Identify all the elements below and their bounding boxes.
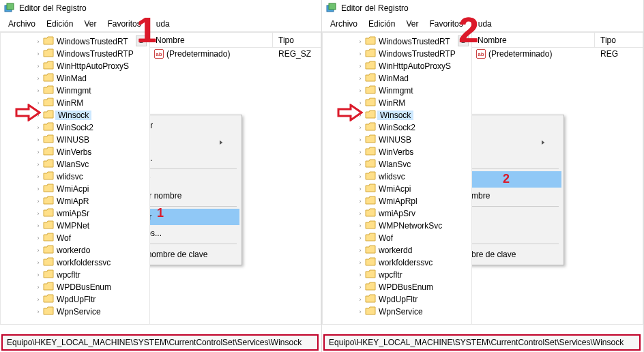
tree-item[interactable]: ›WPDBusEnum [29, 281, 149, 293]
chevron-right-icon[interactable]: › [357, 161, 364, 168]
menu-view[interactable]: Ver [402, 18, 422, 30]
chevron-right-icon[interactable]: › [357, 247, 364, 254]
chevron-right-icon[interactable]: › [35, 149, 42, 156]
chevron-right-icon[interactable]: › [357, 173, 364, 180]
tree-item[interactable]: ›WinMad [351, 72, 471, 85]
chevron-right-icon[interactable]: › [35, 198, 42, 205]
tree-item[interactable]: ›Wof [29, 232, 149, 244]
tree-item[interactable]: ›wlidsvc [351, 171, 471, 183]
chevron-right-icon[interactable]: › [35, 308, 42, 315]
values-pane[interactable]: Nombre Tipo ab (Predeterminado) REG Expa… [472, 32, 643, 325]
menu-file[interactable]: Archivo [326, 18, 362, 30]
chevron-right-icon[interactable]: › [357, 198, 364, 205]
tree-item[interactable]: ›WINUSB [351, 134, 471, 146]
tree-item[interactable]: ›WinSock2 [351, 121, 471, 134]
chevron-right-icon[interactable]: › [35, 259, 42, 266]
chevron-right-icon[interactable]: › [35, 87, 42, 94]
cm-find[interactable]: Buscar... [150, 150, 239, 166]
cm-perms[interactable]: Permisos... [150, 225, 239, 241]
tree-item[interactable]: ›WinHttpAutoProxyS [29, 60, 149, 72]
tree-item[interactable]: ›WmiAcpi [29, 183, 149, 195]
tree-item[interactable]: ›WinMad [29, 72, 149, 85]
tree-item[interactable]: ›WPDBusEnum [351, 281, 471, 293]
cm-expand[interactable]: Expandir [150, 117, 239, 134]
chevron-right-icon[interactable]: › [35, 161, 42, 168]
chevron-right-icon[interactable]: › [35, 235, 42, 241]
tree-item[interactable]: ›Winmgmt [29, 85, 149, 97]
chevron-right-icon[interactable]: › [35, 272, 42, 278]
chevron-right-icon[interactable]: › [357, 272, 364, 278]
chevron-right-icon[interactable]: › [357, 308, 364, 315]
tree-item[interactable]: ›workfolderssvc [351, 256, 471, 269]
tree-item[interactable]: ›WpnService [351, 306, 471, 318]
tree-item[interactable]: ›WlanSvc [29, 158, 149, 171]
tree-item[interactable]: ›WinHttpAutoProxyS [351, 60, 471, 72]
chevron-right-icon[interactable]: › [35, 186, 42, 192]
tree-item[interactable]: ›WindowsTrustedRTP [29, 48, 149, 60]
tree-item[interactable]: ›WindowsTrustedRT [351, 35, 471, 48]
column-type[interactable]: Tipo [273, 35, 321, 45]
cm-expand[interactable]: Expandir [472, 117, 561, 134]
chevron-right-icon[interactable]: › [357, 50, 364, 57]
tree-item[interactable]: ›WinRM [29, 97, 149, 109]
chevron-right-icon[interactable]: › [35, 50, 42, 57]
cm-delete[interactable]: Eliminar [150, 171, 239, 188]
chevron-right-icon[interactable]: › [357, 235, 364, 241]
chevron-right-icon[interactable]: › [357, 38, 364, 45]
chevron-right-icon[interactable]: › [357, 186, 364, 192]
chevron-right-icon[interactable]: › [35, 63, 42, 70]
cm-rename[interactable]: Cambiar nombre [150, 188, 239, 204]
chevron-right-icon[interactable]: › [35, 136, 42, 143]
menu-edit[interactable]: Edición [42, 18, 77, 30]
tree-item[interactable]: ›WmiApR [29, 195, 149, 207]
cm-export[interactable]: Exportar [472, 209, 561, 225]
chevron-right-icon[interactable]: › [357, 259, 364, 266]
chevron-right-icon[interactable]: › [35, 38, 42, 45]
tree-item[interactable]: ›WpdUpFltr [29, 293, 149, 306]
chevron-right-icon[interactable]: › [357, 284, 364, 291]
chevron-right-icon[interactable]: › [35, 296, 42, 303]
chevron-right-icon[interactable]: › [357, 87, 364, 94]
value-row[interactable]: ab (Predeterminado) REG [472, 48, 643, 60]
menu-file[interactable]: Archivo [4, 18, 40, 30]
tree-item[interactable]: ›WinVerbs [351, 146, 471, 158]
cm-copykey[interactable]: Copiar nombre de clave [472, 246, 561, 263]
tree-view[interactable]: ▲ ›WindowsTrustedRT›WindowsTrustedRTP›Wi… [322, 32, 472, 325]
cm-delete[interactable]: Eliminar [472, 171, 561, 188]
chevron-right-icon[interactable]: › [357, 124, 364, 131]
menu-view[interactable]: Ver [80, 18, 100, 30]
tree-item[interactable]: ›WindowsTrustedRTP [351, 48, 471, 60]
cm-new[interactable]: Nuevo [472, 134, 561, 150]
column-name[interactable]: Nombre [472, 33, 595, 47]
chevron-right-icon[interactable]: › [35, 284, 42, 291]
cm-rename[interactable]: Cambiar nombre [472, 188, 561, 204]
value-row[interactable]: ab (Predeterminado) REG_SZ [150, 48, 321, 60]
chevron-right-icon[interactable]: › [35, 124, 42, 131]
chevron-right-icon[interactable]: › [357, 210, 364, 217]
tree-view[interactable]: ▲ ›WindowsTrustedRT›WindowsTrustedRTP›Wi… [0, 32, 150, 325]
tree-item[interactable]: ›WinRM [351, 97, 471, 109]
chevron-right-icon[interactable]: › [35, 247, 42, 254]
chevron-right-icon[interactable]: › [357, 149, 364, 156]
tree-item[interactable]: ›WinSock2 [29, 121, 149, 134]
chevron-right-icon[interactable]: › [357, 63, 364, 70]
column-name[interactable]: Nombre [150, 33, 273, 47]
tree-item[interactable]: ›Wof [351, 232, 471, 244]
tree-item[interactable]: ›WindowsTrustedRT [29, 35, 149, 48]
chevron-right-icon[interactable]: › [357, 222, 364, 229]
tree-item[interactable]: ›WMPNetworkSvc [351, 220, 471, 232]
tree-item[interactable]: ›workerdd [351, 244, 471, 256]
tree-item[interactable]: ›Winmgmt [351, 85, 471, 97]
cm-perms[interactable]: Permisos... [472, 225, 561, 241]
menu-edit[interactable]: Edición [364, 18, 399, 30]
chevron-right-icon[interactable]: › [35, 222, 42, 229]
tree-item[interactable]: ›WpdUpFltr [351, 293, 471, 306]
tree-item[interactable]: ›wlidsvc [29, 171, 149, 183]
chevron-right-icon[interactable]: › [357, 75, 364, 82]
tree-item[interactable]: ›Winsock [351, 109, 471, 121]
tree-item[interactable]: ›WinVerbs [29, 146, 149, 158]
cm-find[interactable]: Buscar... [472, 150, 561, 166]
chevron-right-icon[interactable]: › [35, 75, 42, 82]
tree-item[interactable]: ›WlanSvc [351, 158, 471, 171]
chevron-right-icon[interactable]: › [35, 210, 42, 217]
